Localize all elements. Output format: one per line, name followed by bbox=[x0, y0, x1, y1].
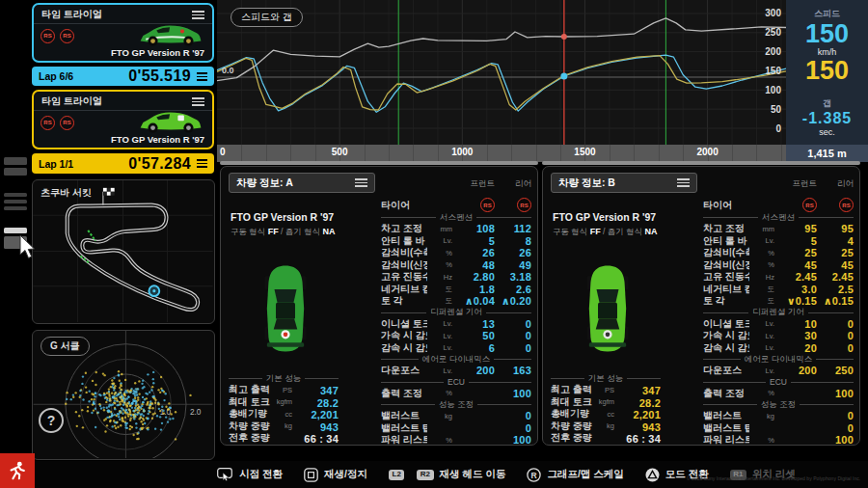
chart-type-button[interactable]: 스피드와 갭 bbox=[231, 8, 303, 27]
tire-compound-badge: RS bbox=[480, 198, 495, 212]
y-tick-label: 100 bbox=[765, 85, 781, 95]
car-info-panel: 차량 정보: A 프런트 리어 FTO GP Version R '97 구동 … bbox=[220, 166, 538, 446]
basic-performance: 기본 성능최고 출력PS347최대 토크kgfm28.2총배기량cc2,201차… bbox=[551, 373, 661, 445]
r2-button-icon: R2 bbox=[417, 470, 433, 480]
control-hints: 시점 전환재생/정지L2R2재생 헤드 이동R그래프/맵 스케일모드 전환R1위… bbox=[217, 461, 796, 488]
control-label: 재생/정지 bbox=[324, 468, 367, 481]
exit-button[interactable] bbox=[0, 453, 35, 488]
lap-counter: Lap 6/6 bbox=[39, 70, 73, 82]
track-map bbox=[33, 180, 213, 322]
car-info-title: 차량 정보: B bbox=[558, 176, 615, 190]
spec-row: 다운포스Lv.200250 bbox=[703, 365, 854, 377]
tire-badge: RS bbox=[60, 116, 74, 130]
spec-row: 감쇠비(신장)%4545 bbox=[703, 259, 854, 272]
help-button[interactable]: ? bbox=[39, 408, 64, 433]
spec-row: 네거티브 캠버 각도3.02.5 bbox=[703, 284, 854, 296]
menu-icon[interactable] bbox=[355, 178, 367, 187]
spec-row: 감쇠비(신장)%4849 bbox=[381, 259, 531, 272]
x-tick-label: 1500 bbox=[574, 147, 595, 157]
control-hint[interactable]: L2R2재생 헤드 이동 bbox=[389, 468, 505, 481]
spec-row: 이니셜 토크Lv.130 bbox=[381, 318, 531, 331]
spec-row: 고유 진동수Hz2.452.45 bbox=[703, 271, 854, 284]
car-side-image bbox=[136, 24, 205, 47]
gap-unit: sec. bbox=[819, 127, 835, 137]
copyright-text: © 2023 Sony Interactive Entertainment In… bbox=[687, 475, 860, 480]
tire-row: 타이어RSRS bbox=[381, 198, 531, 212]
session-panel-b[interactable]: 타임 트라이얼 RS RS FTO GP Version R '97 bbox=[32, 90, 214, 149]
car-info-header-button[interactable]: 차량 정보: B bbox=[551, 173, 697, 193]
triangle-button-icon bbox=[645, 468, 660, 482]
menu-icon[interactable] bbox=[192, 97, 204, 106]
menu-icon[interactable] bbox=[677, 178, 690, 187]
column-headers: 프런트 리어 bbox=[774, 178, 854, 190]
y-tick-label: 50 bbox=[771, 104, 782, 115]
right-stick-icon: R bbox=[527, 468, 541, 482]
chart-x-axis[interactable]: 0500100015002000 bbox=[217, 145, 786, 162]
car-name: FTO GP Version R '97 bbox=[553, 211, 656, 223]
g-circle-panel[interactable]: G 서클 1.02.0 bbox=[32, 330, 215, 460]
session-title: 타임 트라이얼 bbox=[41, 8, 102, 21]
menu-icon[interactable] bbox=[197, 72, 207, 81]
mouse-cursor-icon bbox=[18, 234, 38, 261]
playhead-marker bbox=[560, 73, 567, 80]
control-hint[interactable]: 재생/정지 bbox=[304, 468, 367, 482]
list-icon[interactable] bbox=[4, 193, 27, 210]
drivetrain-info: 구동 형식 FF / 흡기 형식 NA bbox=[553, 227, 658, 238]
tire-row: 타이어RSRS bbox=[703, 198, 854, 212]
car-info-header-button[interactable]: 차량 정보: A bbox=[229, 173, 375, 193]
series-speed_b bbox=[217, 56, 786, 110]
menu-icon[interactable] bbox=[197, 159, 207, 168]
spec-row: 가속 시 감도Lv.300 bbox=[703, 330, 854, 342]
playhead-marker bbox=[561, 34, 567, 40]
basic-performance: 기본 성능최고 출력PS347최대 토크kgfm28.2총배기량cc2,201차… bbox=[229, 373, 339, 445]
spec-row: 출력 조정%100 bbox=[703, 388, 854, 400]
column-header-front: 프런트 bbox=[452, 178, 495, 190]
menu-icon[interactable] bbox=[192, 11, 204, 19]
car-info-panel: 차량 정보: B 프런트 리어 FTO GP Version R '97 구동 … bbox=[542, 166, 860, 446]
track-map-panel[interactable]: 츠쿠바 서킷 bbox=[32, 179, 215, 324]
speed-value-b: 150 bbox=[805, 57, 849, 84]
session-title: 타임 트라이얼 bbox=[41, 95, 102, 108]
spec-row: 토 각도∨0.15∧0.15 bbox=[703, 295, 854, 308]
panel-scroll-strip[interactable] bbox=[220, 161, 538, 165]
spec-list: 타이어RSRS서스펜션차고 조정mm9595안티 롤 바Lv.54감쇠비(수축)… bbox=[703, 198, 854, 447]
session-panel-a[interactable]: 타임 트라이얼 RS RS FTO GP Version R '97 bbox=[32, 3, 214, 63]
spec-row: 안티 롤 바Lv.58 bbox=[381, 235, 531, 248]
spec-row: 토 각도∧0.04∧0.20 bbox=[381, 295, 531, 308]
track-name: 츠쿠바 서킷 bbox=[41, 186, 92, 200]
speed-value-a: 150 bbox=[805, 20, 849, 47]
gap-label: 갭 bbox=[823, 97, 831, 110]
control-hint[interactable]: R그래프/맵 스케일 bbox=[527, 468, 623, 482]
lap-bar-b[interactable]: Lap 1/1 0'57.284 bbox=[32, 153, 214, 174]
panel-scroll-strip[interactable] bbox=[542, 161, 860, 165]
column-headers: 프런트 리어 bbox=[452, 178, 531, 190]
gap-zero-label: 0.0 bbox=[222, 66, 234, 75]
lap-bar-a[interactable]: Lap 6/6 0'55.519 bbox=[32, 67, 214, 86]
x-tick-label: 1000 bbox=[451, 147, 473, 157]
tire-compound-badge: RS bbox=[802, 198, 817, 212]
chart-canvas: 0501001502002503000.0 bbox=[217, 0, 786, 145]
control-hint[interactable]: 시점 전환 bbox=[217, 468, 283, 481]
basic-perf-row: 전후 중량 밸런스66 : 34 bbox=[229, 432, 339, 445]
speed-gap-chart[interactable]: 스피드와 갭 0501001502002503000.0 bbox=[217, 0, 786, 145]
g-circle-title: G 서클 bbox=[41, 337, 90, 356]
car-side-image bbox=[136, 111, 205, 134]
spec-row: 차고 조정mm9595 bbox=[703, 223, 854, 235]
tire-compound-badge: RS bbox=[839, 198, 854, 212]
x-tick-label: 500 bbox=[332, 147, 348, 157]
spec-row: 다운포스Lv.200163 bbox=[381, 365, 531, 377]
car-name: FTO GP Version R '97 bbox=[34, 134, 212, 149]
control-hint-bar: 시점 전환재생/정지L2R2재생 헤드 이동R그래프/맵 스케일모드 전환R1위… bbox=[0, 461, 868, 488]
spec-row: 고유 진동수Hz2.803.18 bbox=[381, 271, 531, 284]
g-ring-label: 2.0 bbox=[190, 407, 202, 417]
spec-row: 가속 시 감도Lv.500 bbox=[381, 330, 531, 342]
spec-row: 감속 시 감도Lv.60 bbox=[381, 342, 531, 355]
column-header-rear: 리어 bbox=[817, 178, 854, 190]
spec-row: 네거티브 캠버 각도1.82.6 bbox=[381, 284, 531, 296]
control-label: 재생 헤드 이동 bbox=[440, 468, 506, 481]
tire-badge: RS bbox=[41, 116, 55, 130]
column-header-front: 프런트 bbox=[774, 178, 817, 190]
layers-icon[interactable] bbox=[4, 157, 27, 176]
column-header-rear: 리어 bbox=[495, 178, 531, 190]
y-tick-label: 200 bbox=[765, 46, 781, 57]
